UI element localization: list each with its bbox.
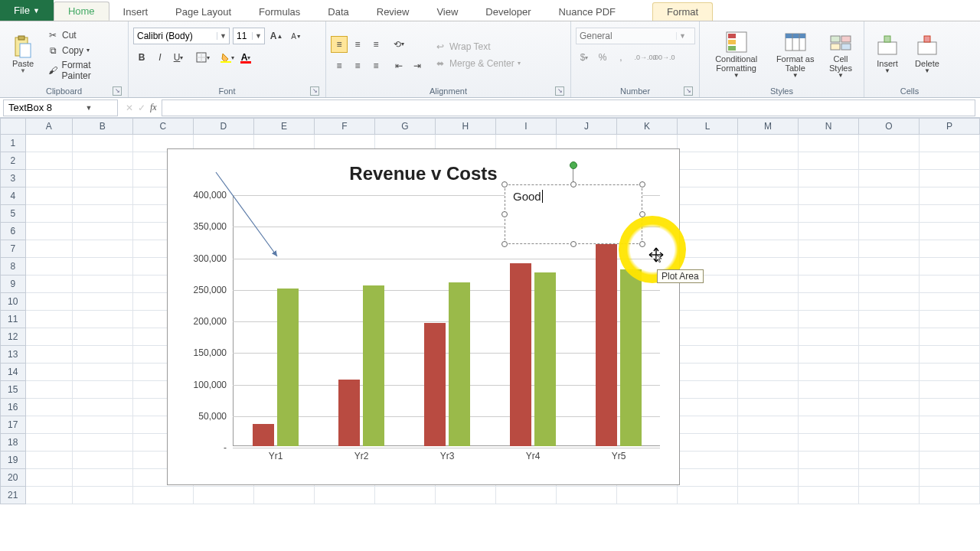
cell[interactable] [738,416,799,434]
paste-button[interactable]: Paste ▼ [5,33,41,77]
cell[interactable] [738,276,799,293]
merge-center-button[interactable]: ⬌Merge & Center ▾ [432,57,523,70]
cell[interactable] [799,187,859,205]
tab-view[interactable]: View [423,3,472,21]
cell[interactable] [194,487,254,504]
row-header[interactable]: 14 [0,364,26,381]
tab-page-layout[interactable]: Page Layout [162,3,245,21]
cell[interactable] [738,434,799,452]
font-name-combo[interactable]: ▼ [133,28,230,44]
cell[interactable] [920,346,980,364]
row-header[interactable]: 21 [0,487,26,504]
format-as-table-button[interactable]: Format as Table▼ [771,28,819,81]
align-top-button[interactable]: ≡ [331,36,348,53]
row-header[interactable]: 11 [0,311,26,328]
bar-costs[interactable] [534,272,556,446]
cell[interactable] [920,205,980,223]
cell[interactable] [859,240,920,258]
cell[interactable] [859,381,920,399]
shrink-font-button[interactable]: A▼ [288,28,305,44]
column-header[interactable]: J [557,118,617,135]
cell[interactable] [859,187,920,205]
tab-file[interactable]: File ▼ [0,0,54,21]
cell[interactable] [738,240,799,258]
cell[interactable] [496,487,557,504]
accounting-format-button[interactable]: $▾ [576,49,593,66]
cell[interactable] [799,416,859,434]
cell[interactable] [375,487,436,504]
cell[interactable] [799,328,859,346]
cell[interactable] [920,135,980,152]
copy-button[interactable]: ⧉Copy ▾ [44,44,123,57]
cell[interactable] [738,364,799,381]
cell[interactable] [557,487,617,504]
tab-nuance-pdf[interactable]: Nuance PDF [545,3,629,21]
cell[interactable] [678,187,738,205]
cell[interactable] [859,452,920,469]
resize-handle[interactable] [570,181,577,187]
cell[interactable] [73,135,133,152]
column-header[interactable]: H [436,118,496,135]
bar-revenue[interactable] [338,380,360,446]
bar-revenue[interactable] [596,238,617,446]
row-header[interactable]: 8 [0,258,26,276]
tab-developer[interactable]: Developer [472,3,544,21]
cell[interactable] [678,170,738,187]
cell[interactable] [738,152,799,170]
cell[interactable] [799,452,859,469]
wrap-text-button[interactable]: ↩Wrap Text [432,40,523,54]
cell[interactable] [73,205,133,223]
row-header[interactable]: 18 [0,434,26,452]
cell[interactable] [678,416,738,434]
cell[interactable] [799,258,859,276]
conditional-formatting-button[interactable]: Conditional Formatting▼ [704,28,768,81]
cell[interactable] [859,135,920,152]
cell[interactable] [859,346,920,364]
cell[interactable] [73,293,133,311]
decrease-decimal-button[interactable]: .00→.0 [655,49,672,66]
cell[interactable] [799,487,859,504]
cell[interactable] [26,328,73,346]
cell[interactable] [26,276,73,293]
cell[interactable] [859,205,920,223]
cell[interactable] [799,469,859,487]
cut-button[interactable]: ✂Cut [44,28,123,42]
cell[interactable] [859,469,920,487]
row-header[interactable]: 15 [0,381,26,399]
worksheet[interactable]: ABCDEFGHIJKLMNOP 12345678910111213141516… [0,118,980,504]
grow-font-button[interactable]: A▲ [268,28,285,44]
column-header[interactable]: L [678,118,738,135]
cell[interactable] [859,170,920,187]
cell[interactable] [26,170,73,187]
cell[interactable] [799,346,859,364]
resize-handle[interactable] [570,241,577,247]
row-header[interactable]: 4 [0,187,26,205]
cell[interactable] [73,452,133,469]
row-header[interactable]: 3 [0,170,26,187]
cell[interactable] [920,364,980,381]
cell[interactable] [678,381,738,399]
resize-handle[interactable] [501,181,508,187]
font-color-button[interactable]: A▾ [237,49,254,66]
arrow-shape[interactable] [210,166,286,266]
cell[interactable] [73,328,133,346]
cell[interactable] [73,469,133,487]
cell[interactable] [26,346,73,364]
delete-cells-button[interactable]: Delete▼ [909,33,946,77]
cell[interactable] [799,223,859,240]
cell[interactable] [678,240,738,258]
cell[interactable] [73,416,133,434]
cell[interactable] [799,364,859,381]
tab-formulas[interactable]: Formulas [245,3,314,21]
cell[interactable] [26,205,73,223]
cell[interactable] [678,399,738,416]
cell[interactable] [920,469,980,487]
fx-icon[interactable]: fx [150,102,157,113]
cell[interactable] [26,364,73,381]
cell[interactable] [920,293,980,311]
row-header[interactable]: 9 [0,276,26,293]
cell[interactable] [133,487,194,504]
cell[interactable] [920,399,980,416]
fill-color-button[interactable]: ▾ [219,49,236,66]
cell[interactable] [920,240,980,258]
